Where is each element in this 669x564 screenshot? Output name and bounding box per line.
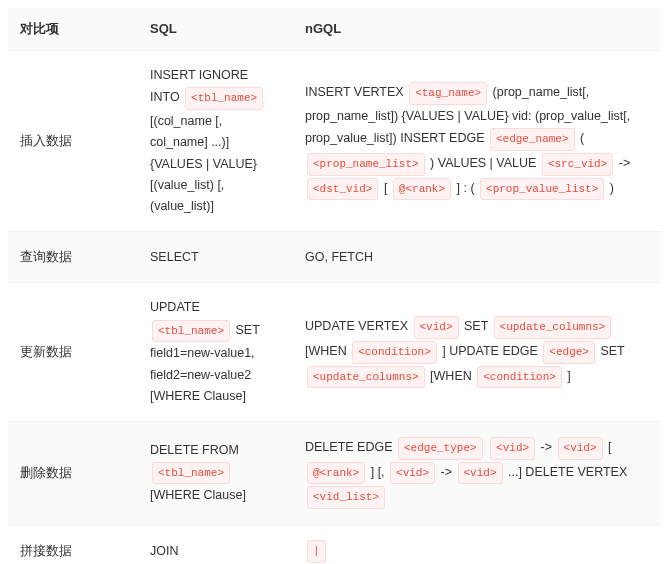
code-tag: <edge> <box>543 341 595 364</box>
ngql-cell: INSERT VERTEX <tag_name> (prop_name_list… <box>293 51 661 232</box>
header-sql: SQL <box>138 8 293 51</box>
row-label: 拼接数据 <box>8 525 138 564</box>
table-row: 拼接数据 JOIN | <box>8 525 661 564</box>
code-tag: <vid> <box>414 316 459 339</box>
ngql-cell: GO, FETCH <box>293 232 661 283</box>
code-tag: @<rank> <box>307 462 365 485</box>
code-tag: <vid> <box>490 437 535 460</box>
code-tag: <edge_type> <box>398 437 483 460</box>
code-tag: <vid> <box>390 462 435 485</box>
code-tag: <tag_name> <box>409 82 487 105</box>
code-tag: <update_columns> <box>494 316 612 339</box>
table-row: 更新数据 UPDATE <tbl_name> SET field1=new-va… <box>8 283 661 422</box>
code-tag: <condition> <box>352 341 437 364</box>
code-tag: <dst_vid> <box>307 178 378 201</box>
row-label: 删除数据 <box>8 422 138 525</box>
ngql-cell: | <box>293 525 661 564</box>
sql-cell: DELETE FROM <tbl_name> [WHERE Clause] <box>138 422 293 525</box>
code-tag: <tbl_name> <box>152 320 230 343</box>
row-label: 更新数据 <box>8 283 138 422</box>
code-tag: <src_vid> <box>542 153 613 176</box>
row-label: 查询数据 <box>8 232 138 283</box>
row-label: 插入数据 <box>8 51 138 232</box>
sql-cell: UPDATE <tbl_name> SET field1=new-value1,… <box>138 283 293 422</box>
code-tag: <vid> <box>458 462 503 485</box>
code-tag: <tbl_name> <box>185 87 263 110</box>
ngql-cell: UPDATE VERTEX <vid> SET <update_columns>… <box>293 283 661 422</box>
sql-cell: INSERT IGNORE INTO <tbl_name> [(col_name… <box>138 51 293 232</box>
code-tag: @<rank> <box>393 178 451 201</box>
code-tag: <vid> <box>558 437 603 460</box>
table-row: 查询数据 SELECT GO, FETCH <box>8 232 661 283</box>
code-tag: <tbl_name> <box>152 462 230 485</box>
header-compare: 对比项 <box>8 8 138 51</box>
code-tag: | <box>307 540 326 563</box>
code-tag: <update_columns> <box>307 366 425 389</box>
sql-cell: SELECT <box>138 232 293 283</box>
code-tag: <prop_value_list> <box>480 178 604 201</box>
code-tag: <prop_name_list> <box>307 153 425 176</box>
table-header-row: 对比项 SQL nGQL <box>8 8 661 51</box>
header-ngql: nGQL <box>293 8 661 51</box>
code-tag: <condition> <box>477 366 562 389</box>
sql-cell: JOIN <box>138 525 293 564</box>
code-tag: <vid_list> <box>307 486 385 509</box>
code-tag: <edge_name> <box>490 128 575 151</box>
table-row: 插入数据 INSERT IGNORE INTO <tbl_name> [(col… <box>8 51 661 232</box>
table-row: 删除数据 DELETE FROM <tbl_name> [WHERE Claus… <box>8 422 661 525</box>
comparison-table: 对比项 SQL nGQL 插入数据 INSERT IGNORE INTO <tb… <box>8 8 661 564</box>
ngql-cell: DELETE EDGE <edge_type> <vid> -> <vid> [… <box>293 422 661 525</box>
